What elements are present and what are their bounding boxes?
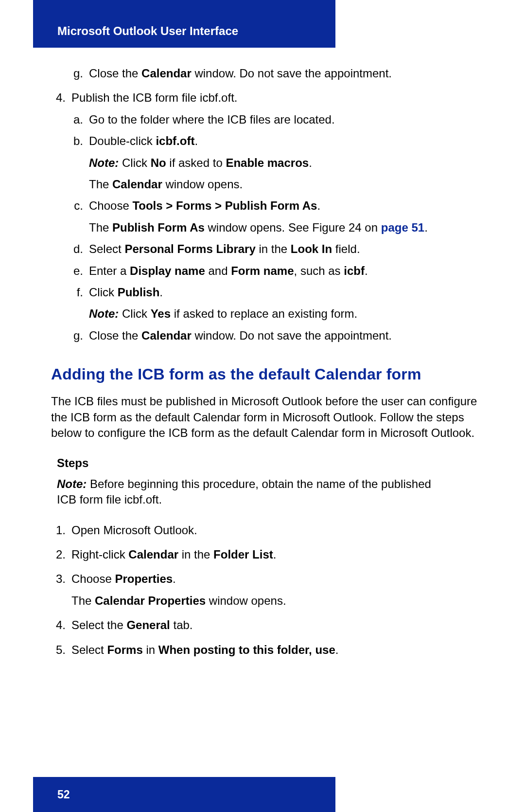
text: and — [205, 264, 231, 277]
bold-text: Folder List — [213, 548, 273, 561]
bold-text: icbf — [344, 264, 365, 277]
bold-text: Calendar — [112, 178, 162, 191]
text: . — [335, 643, 339, 656]
text: Before beginning this procedure, obtain … — [57, 477, 431, 506]
text: . — [273, 548, 277, 561]
text: Double-click — [89, 134, 156, 147]
bold-text: Personal Forms Library — [124, 242, 255, 255]
text: Click — [119, 156, 150, 169]
bold-text: No — [151, 156, 166, 169]
text: Open Microsoft Outlook. — [71, 523, 479, 538]
text: Select — [89, 242, 124, 255]
note-label: Note: — [89, 156, 119, 169]
bold-text: icbf.oft — [156, 134, 194, 147]
bold-text: Calendar — [141, 329, 192, 342]
bold-text: Tools > Forms > Publish Form As — [132, 199, 317, 212]
page-number: 52 — [57, 788, 70, 801]
text: window opens. — [206, 594, 286, 607]
substep-f: f. Click Publish. — [71, 285, 479, 300]
text: window. Do not save the appointment. — [192, 329, 392, 342]
text: . — [365, 264, 368, 277]
list-marker: 2. — [51, 547, 71, 562]
text: Choose — [89, 199, 132, 212]
text: in the — [178, 548, 213, 561]
note-label: Note: — [89, 307, 119, 320]
page-link[interactable]: page 51 — [381, 221, 424, 234]
bold-text: Enable macros — [226, 156, 309, 169]
list-body: Publish the ICB form file icbf.oft. a. G… — [71, 90, 479, 349]
text: The — [89, 221, 112, 234]
page-content: g. Close the Calendar window. Do not sav… — [51, 66, 479, 667]
text: . — [317, 199, 320, 212]
substep-g: g. Close the Calendar window. Do not sav… — [71, 328, 479, 343]
text: Close the — [89, 67, 141, 80]
bold-text: Properties — [115, 572, 173, 585]
step-1: 1. Open Microsoft Outlook. — [51, 523, 479, 538]
text: in the — [256, 242, 291, 255]
step-3: 3. Choose Properties. The Calendar Prope… — [51, 571, 479, 609]
text: field. — [332, 242, 360, 255]
step-4: 4. Publish the ICB form file icbf.oft. a… — [51, 90, 479, 349]
list-marker: f. — [71, 285, 89, 300]
result-text: The Publish Form As window opens. See Fi… — [89, 220, 479, 235]
section-heading: Adding the ICB form as the default Calen… — [51, 364, 479, 385]
text: . — [194, 134, 198, 147]
text: window. Do not save the appointment. — [192, 67, 392, 80]
bold-text: When posting to this folder, use — [158, 643, 335, 656]
text: Select — [71, 643, 107, 656]
list-marker: 4. — [51, 90, 71, 349]
text: Right-click — [71, 548, 128, 561]
list-marker: e. — [71, 263, 89, 279]
text: , such as — [294, 264, 344, 277]
text: Enter a — [89, 264, 130, 277]
result-text: The Calendar Properties window opens. — [71, 593, 479, 609]
text: . — [159, 286, 163, 299]
bold-text: Calendar — [128, 548, 178, 561]
substep-a: a. Go to the folder where the ICB files … — [71, 112, 479, 127]
step-text: Publish the ICB form file icbf.oft. — [71, 90, 479, 106]
bold-text: Display name — [130, 264, 205, 277]
substep-b: b. Double-click icbf.oft. — [71, 133, 479, 149]
list-marker: b. — [71, 133, 89, 149]
list-marker: 5. — [51, 642, 71, 658]
list-marker: d. — [71, 241, 89, 257]
text: window opens. — [162, 178, 243, 191]
list-marker: a. — [71, 112, 89, 127]
text: tab. — [170, 618, 193, 632]
text: Click — [89, 286, 118, 299]
note-block: Note: Click Yes if asked to replace an e… — [89, 306, 479, 322]
text: Choose — [71, 572, 115, 585]
bold-text: Calendar Properties — [95, 594, 206, 607]
step-5: 5. Select Forms in When posting to this … — [51, 642, 479, 658]
note-label: Note: — [57, 477, 87, 490]
list-marker: c. — [71, 198, 89, 214]
step-4b: 4. Select the General tab. — [51, 617, 479, 633]
text: . — [309, 156, 312, 169]
bold-text: General — [126, 618, 170, 632]
text: Select the — [71, 618, 126, 632]
bold-text: Calendar — [141, 67, 192, 80]
step-2: 2. Right-click Calendar in the Folder Li… — [51, 547, 479, 562]
text: Go to the folder where the ICB files are… — [89, 112, 479, 127]
text: Close the — [89, 329, 141, 342]
result-text: The Calendar window opens. — [89, 177, 479, 192]
page-footer: 52 — [33, 777, 335, 812]
list-marker: 3. — [51, 571, 71, 609]
bold-text: Form name — [231, 264, 294, 277]
steps-label: Steps — [57, 455, 479, 471]
header-title: Microsoft Outlook User Interface — [57, 24, 238, 38]
list-marker: g. — [71, 328, 89, 343]
text: The — [89, 178, 112, 191]
text: in — [143, 643, 158, 656]
header-bar: Microsoft Outlook User Interface — [33, 0, 335, 48]
bold-text: Publish — [118, 286, 160, 299]
section-paragraph: The ICB files must be published in Micro… — [51, 394, 479, 441]
note-block: Note: Click No if asked to Enable macros… — [89, 155, 479, 171]
bold-text: Yes — [151, 307, 171, 320]
text: if asked to replace an existing form. — [171, 307, 357, 320]
substep-d: d. Select Personal Forms Library in the … — [71, 241, 479, 257]
list-marker: 1. — [51, 523, 71, 538]
steps-note: Note: Before beginning this procedure, o… — [57, 476, 479, 508]
text: if asked to — [166, 156, 226, 169]
text: The — [71, 594, 95, 607]
